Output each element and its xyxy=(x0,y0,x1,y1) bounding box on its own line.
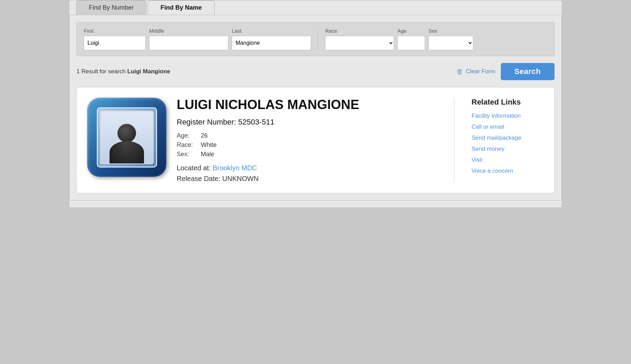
sex-label: Sex xyxy=(428,28,473,34)
clear-form-button[interactable]: 🗑 Clear Form xyxy=(456,68,495,76)
location-label: Located at: xyxy=(177,164,211,172)
middle-name-input[interactable] xyxy=(149,36,228,50)
race-detail-label: Race: xyxy=(177,141,201,149)
tab-bar: Find By Number Find By Name xyxy=(69,0,562,15)
age-detail-row: Age: 26 xyxy=(177,132,433,139)
avatar-outer xyxy=(87,98,166,177)
result-count: 1 xyxy=(76,68,80,75)
result-card: LUIGI NICHOLAS MANGIONE Register Number:… xyxy=(76,87,555,193)
result-text: 1 Result for search Luigi Mangione xyxy=(76,68,170,75)
related-link-facility[interactable]: Facility Information xyxy=(472,112,544,120)
release-date-val: UNKNOWN xyxy=(222,175,259,182)
location-row: Located at: Brooklyn MDC xyxy=(177,164,433,172)
search-button[interactable]: Search xyxy=(501,63,555,80)
main-container: Find By Number Find By Name First Middle… xyxy=(69,0,562,208)
related-link-visit[interactable]: Visit xyxy=(472,156,544,164)
sex-detail-label: Sex: xyxy=(177,151,201,158)
avatar xyxy=(87,98,166,177)
avatar-head xyxy=(117,124,136,142)
card-divider xyxy=(454,98,454,183)
release-date-row: Release Date: UNKNOWN xyxy=(177,175,433,183)
avatar-body xyxy=(110,141,144,163)
age-input[interactable] xyxy=(397,36,425,50)
sex-group: Sex Male Female xyxy=(428,28,473,50)
age-detail-label: Age: xyxy=(177,132,201,139)
related-link-send-money[interactable]: Send money xyxy=(472,145,544,153)
related-link-send-mail[interactable]: Send mail/package xyxy=(472,134,544,142)
location-link[interactable]: Brooklyn MDC xyxy=(213,164,257,172)
avatar-photo-bg xyxy=(100,111,154,164)
related-links: Related Links Facility Information Call … xyxy=(468,98,544,179)
age-val: 26 xyxy=(201,132,208,139)
sex-val: Male xyxy=(201,151,214,158)
last-name-group: Last xyxy=(232,28,311,50)
middle-name-group: Middle xyxy=(149,28,228,50)
register-number: Register Number: 52503-511 xyxy=(177,118,433,127)
register-number-val: 52503-511 xyxy=(238,118,275,126)
sex-select[interactable]: Male Female xyxy=(428,36,473,50)
register-number-label: Register Number: xyxy=(177,118,236,126)
first-name-input[interactable] xyxy=(84,36,146,50)
last-name-label: Last xyxy=(232,28,311,34)
inmate-info: LUIGI NICHOLAS MANGIONE Register Number:… xyxy=(177,98,440,183)
race-val: White xyxy=(201,141,217,149)
form-fields-row: First Middle Last Race White Black xyxy=(76,22,555,56)
release-date-label: Release Date: xyxy=(177,175,220,182)
race-detail-row: Race: White xyxy=(177,141,433,149)
tab-find-by-number[interactable]: Find By Number xyxy=(76,0,146,15)
avatar-person xyxy=(110,124,144,163)
race-group: Race White Black Hispanic Asian Other xyxy=(325,28,394,50)
related-links-title: Related Links xyxy=(472,98,544,107)
race-select[interactable]: White Black Hispanic Asian Other xyxy=(325,36,394,50)
search-bar-row: 1 Result for search Luigi Mangione 🗑 Cle… xyxy=(76,63,555,80)
search-form-area: First Middle Last Race White Black xyxy=(69,15,562,201)
first-name-label: First xyxy=(84,28,146,34)
result-query-name: Luigi Mangione xyxy=(127,68,170,75)
age-group: Age xyxy=(397,28,425,50)
clear-form-label: Clear Form xyxy=(466,68,495,75)
last-name-input[interactable] xyxy=(232,36,311,50)
age-label: Age xyxy=(397,28,425,34)
result-query-text: Result for search xyxy=(81,68,127,75)
related-link-voice-concern[interactable]: Voice a concern xyxy=(472,167,544,175)
related-link-call-email[interactable]: Call or email xyxy=(472,123,544,131)
tab-find-by-name[interactable]: Find By Name xyxy=(148,0,215,15)
sex-detail-row: Sex: Male xyxy=(177,151,433,158)
race-label: Race xyxy=(325,28,394,34)
avatar-inner-frame xyxy=(97,107,157,168)
search-actions: 🗑 Clear Form Search xyxy=(456,63,555,80)
first-name-group: First xyxy=(84,28,146,50)
trash-icon: 🗑 xyxy=(456,68,463,76)
middle-name-label: Middle xyxy=(149,28,228,34)
inmate-name: LUIGI NICHOLAS MANGIONE xyxy=(177,98,433,112)
form-divider xyxy=(318,30,318,50)
